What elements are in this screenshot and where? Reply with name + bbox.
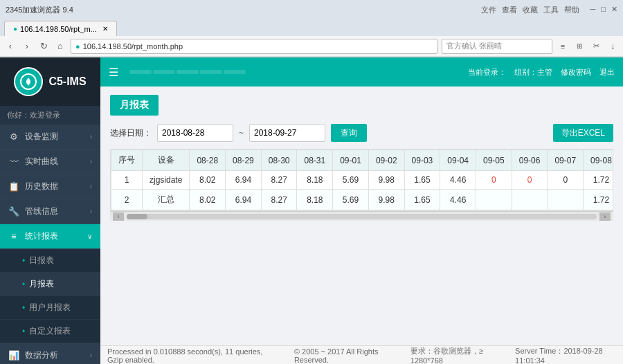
device-detect-label: 设备监测 bbox=[25, 131, 84, 143]
tab-close-icon[interactable]: ✕ bbox=[102, 25, 108, 33]
row2-v3: 8.18 bbox=[297, 190, 333, 210]
menu-file[interactable]: 文件 bbox=[481, 5, 496, 15]
date-to-input[interactable] bbox=[249, 124, 325, 142]
row2-v9 bbox=[512, 190, 548, 210]
pipeline-icon: 🔧 bbox=[8, 206, 19, 217]
sidebar-item-pipeline[interactable]: 🔧 管线信息 › bbox=[0, 199, 100, 224]
analysis-arrow: › bbox=[90, 352, 92, 359]
logo-icon bbox=[14, 67, 43, 96]
forward-button[interactable]: › bbox=[21, 40, 33, 53]
logo-text: C5-IMS bbox=[48, 75, 86, 88]
menu-bookmarks[interactable]: 收藏 bbox=[523, 5, 538, 15]
browser-title: 2345加速浏览器 9.4 bbox=[6, 5, 73, 15]
stats-icon: ≡ bbox=[8, 231, 19, 242]
footer: Processed in 0.010888 second(s), 11 quer… bbox=[100, 345, 623, 364]
col-header-0902: 09-02 bbox=[368, 150, 404, 171]
top-nav-tab-4[interactable] bbox=[200, 70, 222, 74]
col-header-device: 设备 bbox=[143, 150, 190, 171]
row1-v2: 8.27 bbox=[261, 171, 297, 190]
analysis-label: 数据分析 bbox=[25, 349, 84, 361]
row1-v11: 1.72 bbox=[584, 171, 613, 190]
sidebar-item-device-detect[interactable]: ⚙ 设备监测 › bbox=[0, 125, 100, 149]
group-label: 组别：主管 bbox=[514, 67, 552, 78]
maximize-btn[interactable]: □ bbox=[601, 5, 606, 15]
filter-bar: 选择日期： ~ 查询 导出EXCEL bbox=[110, 124, 613, 142]
col-header-0828: 08-28 bbox=[190, 150, 226, 171]
sidebar-menu: ⚙ 设备监测 › 〰 实时曲线 › 📋 历史数据 › 🔧 管线信息 › ≡ bbox=[0, 125, 100, 364]
pipeline-arrow: › bbox=[90, 208, 92, 215]
grid-button[interactable]: ⊞ bbox=[573, 40, 586, 53]
row2-v8 bbox=[476, 190, 512, 210]
address-bar[interactable]: ● 106.14.198.50/rpt_month.php bbox=[71, 39, 437, 54]
query-button[interactable]: 查询 bbox=[331, 124, 367, 142]
top-nav-tab-2[interactable] bbox=[153, 70, 175, 74]
user-greeting: 你好：欢迎登录 bbox=[0, 106, 100, 125]
top-nav-tab-1[interactable] bbox=[129, 70, 152, 74]
device-detect-icon: ⚙ bbox=[8, 131, 19, 142]
col-header-0901: 09-01 bbox=[333, 150, 369, 171]
history-icon: 📋 bbox=[8, 181, 19, 192]
stats-arrow: ∨ bbox=[87, 233, 92, 240]
hamburger-menu[interactable]: ☰ bbox=[109, 66, 118, 79]
realtime-icon: 〰 bbox=[8, 156, 19, 167]
top-nav-tab-5[interactable] bbox=[224, 70, 246, 74]
row2-v4: 5.69 bbox=[333, 190, 369, 210]
scroll-right-button[interactable]: › bbox=[599, 212, 611, 221]
col-header-0905: 09-05 bbox=[476, 150, 512, 171]
sidebar-item-history-data[interactable]: 📋 历史数据 › bbox=[0, 174, 100, 199]
back-button[interactable]: ‹ bbox=[4, 40, 17, 53]
date-separator: ~ bbox=[239, 128, 244, 138]
address-favicon: ● bbox=[75, 42, 80, 51]
col-header-0830: 08-30 bbox=[261, 150, 297, 171]
export-button[interactable]: 导出EXCEL bbox=[553, 124, 613, 142]
download-button[interactable]: ↓ bbox=[606, 40, 619, 53]
logout-btn[interactable]: 退出 bbox=[599, 67, 615, 78]
menu-help[interactable]: 帮助 bbox=[564, 5, 579, 15]
main-content: ☰ 当前登录： 组别：主管 修改密码 退出 月报表 选择日期： ~ bbox=[100, 57, 623, 364]
search-bar[interactable]: 官方确认 张丽晴 bbox=[442, 39, 552, 54]
realtime-arrow: › bbox=[90, 158, 92, 165]
scroll-thumb[interactable] bbox=[127, 214, 147, 219]
history-label: 历史数据 bbox=[25, 181, 84, 192]
refresh-button[interactable]: ↻ bbox=[37, 40, 50, 53]
browser-tab-active[interactable]: ● 106.14.198.50/rpt_m... ✕ bbox=[4, 21, 117, 36]
footer-requirement: 要求：谷歌测览器，≥ 1280*768 bbox=[410, 346, 501, 364]
menu-view[interactable]: 查看 bbox=[502, 5, 517, 15]
scroll-left-button[interactable]: ‹ bbox=[113, 212, 124, 221]
close-btn[interactable]: ✕ bbox=[611, 5, 617, 15]
page-title: 月报表 bbox=[110, 95, 159, 116]
change-pwd-btn[interactable]: 修改密码 bbox=[561, 67, 591, 78]
sidebar-item-realtime-curve[interactable]: 〰 实时曲线 › bbox=[0, 149, 100, 174]
menu-tools[interactable]: 工具 bbox=[543, 5, 559, 15]
col-header-0831: 08-31 bbox=[297, 150, 333, 171]
home-button[interactable]: ⌂ bbox=[54, 40, 66, 53]
scissors-button[interactable]: ✂ bbox=[590, 40, 602, 53]
browser-menu: 文件 查看 收藏 工具 帮助 ─ □ ✕ bbox=[481, 5, 617, 15]
sidebar-item-data-analysis[interactable]: 📊 数据分析 › bbox=[0, 343, 100, 364]
col-header-0906: 09-06 bbox=[512, 150, 548, 171]
row1-v10: 0 bbox=[548, 171, 584, 190]
url-text: 106.14.198.50/rpt_month.php bbox=[83, 42, 183, 51]
row1-v5: 9.98 bbox=[368, 171, 404, 190]
horizontal-scrollbar[interactable]: ‹ › bbox=[110, 211, 613, 221]
minimize-btn[interactable]: ─ bbox=[590, 5, 596, 15]
sidebar-item-stats-report[interactable]: ≡ 统计报表 ∨ bbox=[0, 224, 100, 249]
row2-v1: 6.94 bbox=[226, 190, 262, 210]
row1-v9: 0 bbox=[512, 171, 548, 190]
date-from-input[interactable] bbox=[157, 124, 233, 142]
row1-v8: 0 bbox=[476, 171, 512, 190]
row1-v3: 8.18 bbox=[297, 171, 333, 190]
submenu-user-report[interactable]: 用户月报表 bbox=[0, 296, 100, 320]
pipeline-label: 管线信息 bbox=[25, 206, 84, 217]
submenu-custom-report[interactable]: 自定义报表 bbox=[0, 320, 100, 343]
row1-index: 1 bbox=[111, 171, 143, 190]
row1-v7: 4.46 bbox=[440, 171, 476, 190]
row2-v0: 8.02 bbox=[190, 190, 226, 210]
submenu-daily-report[interactable]: 日报表 bbox=[0, 249, 100, 273]
top-nav-tabs bbox=[129, 70, 462, 74]
top-nav-tab-3[interactable] bbox=[177, 70, 199, 74]
browser-toolbar: ‹ › ↻ ⌂ ● 106.14.198.50/rpt_month.php 官方… bbox=[0, 36, 623, 57]
analysis-icon: 📊 bbox=[8, 350, 19, 361]
settings-button[interactable]: ≡ bbox=[557, 40, 569, 53]
submenu-monthly-report[interactable]: 月报表 bbox=[0, 273, 100, 296]
